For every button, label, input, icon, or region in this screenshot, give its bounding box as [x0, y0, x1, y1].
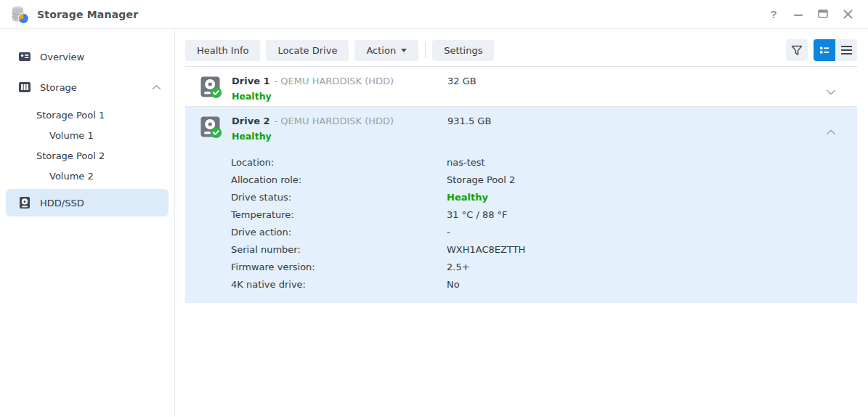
sidebar-item-label: Storage Pool 1 [36, 110, 161, 121]
view-detail-list-button[interactable] [814, 39, 835, 61]
title-bar: Storage Manager ? [0, 0, 868, 29]
overview-icon [18, 50, 31, 63]
hdd-icon [18, 196, 31, 209]
detail-row-temperature: Temperature: 31 °C / 88 °F [231, 206, 857, 223]
drive-icon [200, 76, 222, 99]
drive-details: Location: nas-test Allocation role: Stor… [185, 148, 857, 303]
drive-size: 931.5 GB [447, 116, 491, 127]
expand-drive-button[interactable] [823, 84, 839, 100]
sidebar-item-label: Storage [40, 82, 143, 93]
hamburger-icon [841, 46, 852, 54]
storage-icon [18, 81, 31, 94]
health-info-button[interactable]: Health Info [185, 40, 260, 61]
detail-row-serial-number: Serial number: WXH1AC8EZTTH [231, 240, 857, 258]
toolbar: Health Info Locate Drive Action Settings [185, 39, 857, 61]
close-icon [843, 9, 853, 19]
detail-label: Allocation role: [231, 174, 447, 185]
sidebar-item-storage[interactable]: Storage [6, 74, 169, 100]
sidebar-item-volume-2[interactable]: Volume 2 [6, 166, 169, 186]
drive-name: Drive 1 [232, 76, 270, 87]
sidebar-item-label: Overview [40, 52, 161, 62]
action-label: Action [366, 45, 396, 56]
filter-button[interactable] [786, 39, 808, 61]
detail-value: - [447, 227, 450, 238]
minimize-icon [793, 9, 803, 20]
sidebar-item-label: HDD/SSD [40, 198, 161, 208]
detail-value: 31 °C / 88 °F [447, 209, 508, 220]
detail-list-icon [818, 44, 831, 57]
health-info-label: Health Info [197, 45, 248, 56]
filter-icon [791, 45, 803, 56]
chevron-down-icon [826, 89, 836, 95]
collapse-drive-button[interactable] [823, 124, 839, 140]
drive-row-2[interactable]: Drive 2 - QEMU HARDDISK (HDD) Healthy 93… [185, 107, 857, 148]
view-simple-list-button[interactable] [835, 39, 857, 61]
drive-model: - QEMU HARDDISK (HDD) [275, 76, 394, 87]
detail-label: Location: [231, 157, 447, 168]
app-title: Storage Manager [37, 9, 138, 20]
maximize-button[interactable] [814, 6, 832, 23]
detail-label: 4K native drive: [231, 279, 447, 290]
detail-label: Temperature: [231, 209, 447, 220]
chevron-up-icon [152, 84, 161, 90]
detail-label: Firmware version: [231, 262, 447, 272]
help-button[interactable]: ? [765, 6, 782, 23]
main-panel: Health Info Locate Drive Action Settings [175, 29, 868, 416]
detail-value: Healthy [447, 192, 488, 203]
sidebar-item-overview[interactable]: Overview [6, 44, 169, 70]
detail-value: 2.5+ [447, 262, 470, 272]
chevron-up-icon [826, 129, 836, 135]
drive-row-1[interactable]: Drive 1 - QEMU HARDDISK (HDD) Healthy 32… [185, 67, 857, 107]
minimize-button[interactable] [790, 6, 807, 23]
drive-status: Healthy [232, 91, 447, 102]
app-icon [10, 5, 29, 24]
detail-label: Serial number: [231, 244, 447, 255]
detail-row-drive-status: Drive status: Healthy [231, 188, 857, 206]
detail-value: WXH1AC8EZTTH [447, 244, 525, 255]
detail-label: Drive action: [231, 227, 447, 238]
help-icon: ? [770, 8, 776, 20]
close-button[interactable] [839, 6, 856, 23]
drive-status: Healthy [232, 131, 447, 142]
drive-list: Drive 1 - QEMU HARDDISK (HDD) Healthy 32… [185, 66, 857, 303]
action-button[interactable]: Action [354, 40, 418, 61]
sidebar-item-storage-pool-1[interactable]: Storage Pool 1 [6, 105, 169, 125]
drive-model: - QEMU HARDDISK (HDD) [275, 116, 394, 127]
detail-row-4k-native-drive: 4K native drive: No [231, 275, 857, 293]
detail-value: Storage Pool 2 [447, 174, 515, 185]
drive-size: 32 GB [447, 76, 476, 87]
settings-label: Settings [444, 45, 482, 56]
sidebar-item-hdd-ssd[interactable]: HDD/SSD [6, 189, 169, 216]
sidebar-item-label: Volume 2 [49, 171, 161, 182]
drive-icon [200, 116, 222, 139]
caret-down-icon [401, 49, 407, 52]
sidebar-item-volume-1[interactable]: Volume 1 [6, 125, 169, 145]
sidebar-item-label: Volume 1 [49, 130, 161, 141]
toolbar-divider [425, 42, 426, 58]
sidebar: Overview Storage Storage Pool 1 Volume 1… [0, 29, 175, 416]
settings-button[interactable]: Settings [432, 40, 494, 61]
detail-row-location: Location: nas-test [231, 153, 857, 171]
detail-value: nas-test [447, 157, 485, 168]
detail-value: No [447, 279, 460, 290]
locate-drive-button[interactable]: Locate Drive [266, 40, 349, 61]
detail-row-allocation-role: Allocation role: Storage Pool 2 [231, 171, 857, 188]
drive-2-expanded-block: Drive 2 - QEMU HARDDISK (HDD) Healthy 93… [185, 107, 857, 303]
view-mode-toggle [814, 39, 857, 61]
drive-name: Drive 2 [232, 116, 270, 127]
sidebar-item-label: Storage Pool 2 [36, 150, 161, 161]
detail-row-firmware-version: Firmware version: 2.5+ [231, 258, 857, 275]
detail-label: Drive status: [231, 192, 447, 203]
detail-row-drive-action: Drive action: - [231, 223, 857, 240]
sidebar-item-storage-pool-2[interactable]: Storage Pool 2 [6, 145, 169, 166]
locate-drive-label: Locate Drive [277, 45, 337, 56]
maximize-icon [818, 9, 828, 19]
